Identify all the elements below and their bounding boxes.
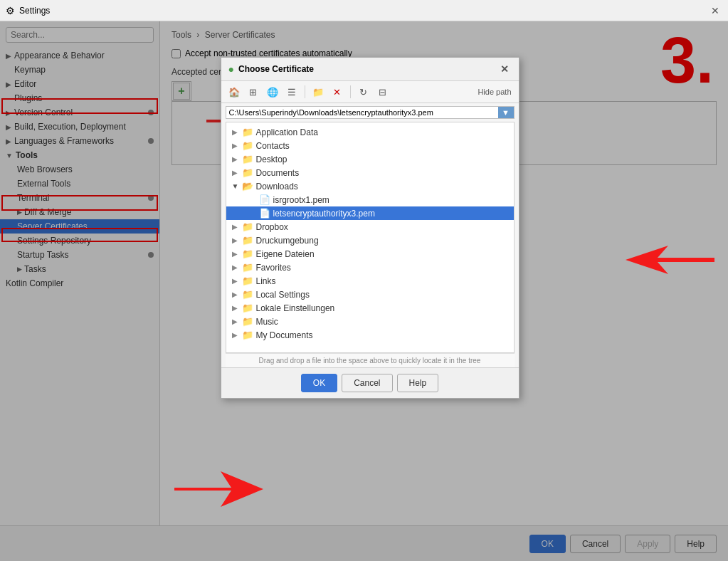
file-item-druckumgebung[interactable]: ▶ 📁 Druckumgebung — [226, 234, 514, 247]
folder-icon: 📁 — [242, 140, 253, 151]
folder-icon: 📁 — [242, 167, 253, 178]
dialog-buttons: OK Cancel Help — [221, 367, 519, 398]
dialog-icon: ● — [228, 63, 234, 75]
drag-hint: Drag and drop a file into the space abov… — [226, 353, 515, 367]
dialog-overlay: ● Choose Certificate ✕ 🏠 ⊞ 🌐 ☰ 📁 ✕ ↻ ⊟ — [0, 21, 728, 561]
settings-icon: ⚙ — [6, 5, 15, 16]
dialog-close-button[interactable]: ✕ — [497, 62, 512, 76]
expand-arrow-icon: ▶ — [232, 155, 242, 163]
file-item-links[interactable]: ▶ 📁 Links — [226, 274, 514, 288]
hide-path-button[interactable]: Hide path — [475, 86, 514, 98]
file-item-desktop[interactable]: ▶ 📁 Desktop — [226, 152, 514, 166]
file-tree: ▶ 📁 Application Data ▶ 📁 Contacts ▶ 📁 — [226, 122, 515, 353]
window-title: Settings — [19, 6, 50, 16]
folder-icon: 📁 — [242, 262, 253, 273]
file-item-label: Favorites — [256, 263, 291, 273]
folder-icon: 📁 — [242, 248, 253, 259]
folder-icon: 📁 — [242, 316, 253, 327]
file-item-label: Music — [256, 317, 278, 327]
toolbar-grid-button[interactable]: ⊞ — [245, 84, 262, 100]
svg-marker-1 — [174, 471, 263, 507]
file-item-music[interactable]: ▶ 📁 Music — [226, 315, 514, 328]
folder-icon: 📁 — [242, 154, 253, 164]
expand-arrow-icon: ▶ — [232, 142, 242, 150]
file-item-label: Links — [256, 276, 276, 286]
content-area: Tools › Server Certificates Accept non-t… — [160, 21, 728, 525]
file-item-isrgrootx1[interactable]: ▶ 📄 isrgrootx1.pem — [226, 193, 514, 206]
file-item-label: letsencryptauthorityx3.pem — [273, 209, 375, 219]
file-item-label: Local Settings — [256, 290, 310, 300]
folder-icon: 📁 — [242, 235, 253, 246]
expand-arrow-icon: ▼ — [232, 182, 242, 190]
file-item-letsencrypt[interactable]: ▶ 📄 letsencryptauthorityx3.pem — [226, 206, 514, 220]
path-bar: ▼ — [226, 106, 515, 119]
file-item-eigene-dateien[interactable]: ▶ 📁 Eigene Dateien — [226, 247, 514, 261]
file-item-local-settings[interactable]: ▶ 📁 Local Settings — [226, 288, 514, 301]
file-item-app-data[interactable]: ▶ 📁 Application Data — [226, 125, 514, 139]
file-item-label: Eigene Dateien — [256, 249, 315, 259]
expand-arrow-icon: ▶ — [232, 236, 242, 244]
dialog-help-button[interactable]: Help — [397, 374, 439, 392]
folder-icon: 📁 — [242, 330, 253, 340]
file-item-dropbox[interactable]: ▶ 📁 Dropbox — [226, 220, 514, 234]
file-item-documents[interactable]: ▶ 📁 Documents — [226, 166, 514, 179]
annotation-arrow-ok — [171, 468, 263, 513]
file-item-label: Lokale Einstellungen — [256, 303, 335, 313]
expand-arrow-icon: ▶ — [232, 250, 242, 258]
expand-arrow-icon: ▶ — [232, 223, 242, 231]
title-bar: ⚙ Settings ✕ — [0, 0, 728, 21]
dialog-toolbar: 🏠 ⊞ 🌐 ☰ 📁 ✕ ↻ ⊟ Hide path — [221, 81, 519, 103]
toolbar-refresh-button[interactable]: ↻ — [355, 84, 372, 100]
file-item-label: Contacts — [256, 141, 290, 151]
folder-icon: 📁 — [242, 303, 253, 313]
file-item-label: Application Data — [256, 127, 318, 137]
toolbar-delete-button[interactable]: ✕ — [329, 84, 346, 100]
expand-arrow-icon: ▶ — [232, 331, 242, 339]
file-item-label: Dropbox — [256, 222, 288, 232]
toolbar-separator2 — [350, 85, 351, 98]
toolbar-list-button[interactable]: ☰ — [283, 84, 300, 100]
file-icon: 📄 — [259, 208, 270, 219]
expand-arrow-icon: ▶ — [232, 290, 242, 298]
file-icon: 📄 — [259, 194, 270, 205]
dialog-ok-button[interactable]: OK — [301, 374, 337, 392]
file-item-label: My Documents — [256, 330, 313, 340]
toolbar-home-button[interactable]: 🏠 — [226, 84, 243, 100]
path-input[interactable] — [226, 107, 498, 118]
annotation-arrow-file — [626, 242, 718, 280]
file-item-label: Druckumgebung — [256, 236, 319, 246]
dialog-title-bar: ● Choose Certificate ✕ — [221, 58, 519, 81]
toolbar-new-folder-button[interactable]: 📁 — [310, 84, 327, 100]
close-button[interactable]: ✕ — [708, 4, 722, 18]
toolbar-globe-button[interactable]: 🌐 — [264, 84, 281, 100]
file-item-lokale-einstellungen[interactable]: ▶ 📁 Lokale Einstellungen — [226, 301, 514, 315]
svg-marker-2 — [626, 246, 714, 274]
file-item-label: isrgrootx1.pem — [273, 195, 329, 205]
folder-icon: 📁 — [242, 221, 253, 232]
file-item-label: Documents — [256, 168, 300, 178]
file-item-favorites[interactable]: ▶ 📁 Favorites — [226, 261, 514, 274]
folder-icon: 📁 — [242, 276, 253, 286]
main-layout: ▶ Appearance & Behavior ▶ Keymap ▶ Edito… — [0, 21, 728, 525]
choose-certificate-dialog: ● Choose Certificate ✕ 🏠 ⊞ 🌐 ☰ 📁 ✕ ↻ ⊟ — [221, 57, 519, 399]
expand-arrow-icon: ▶ — [232, 277, 242, 285]
expand-arrow-icon: ▶ — [232, 128, 242, 136]
file-item-downloads[interactable]: ▼ 📂 Downloads — [226, 179, 514, 193]
expand-arrow-icon: ▶ — [232, 304, 242, 312]
toolbar-more-button[interactable]: ⊟ — [374, 84, 391, 100]
dialog-title: Choose Certificate — [238, 64, 314, 74]
toolbar-separator — [305, 85, 305, 98]
expand-arrow-icon: ▶ — [232, 318, 242, 325]
file-item-contacts[interactable]: ▶ 📁 Contacts — [226, 139, 514, 152]
file-item-my-documents[interactable]: ▶ 📁 My Documents — [226, 328, 514, 342]
folder-icon: 📁 — [242, 289, 253, 300]
expand-arrow-icon: ▶ — [232, 169, 242, 177]
dialog-cancel-button[interactable]: Cancel — [342, 374, 392, 392]
path-browse-button[interactable]: ▼ — [498, 107, 514, 118]
folder-icon: 📁 — [242, 127, 253, 137]
expand-arrow-icon: ▶ — [232, 263, 242, 271]
folder-open-icon: 📂 — [242, 181, 253, 192]
file-item-label: Desktop — [256, 154, 287, 164]
file-item-label: Downloads — [256, 182, 298, 192]
